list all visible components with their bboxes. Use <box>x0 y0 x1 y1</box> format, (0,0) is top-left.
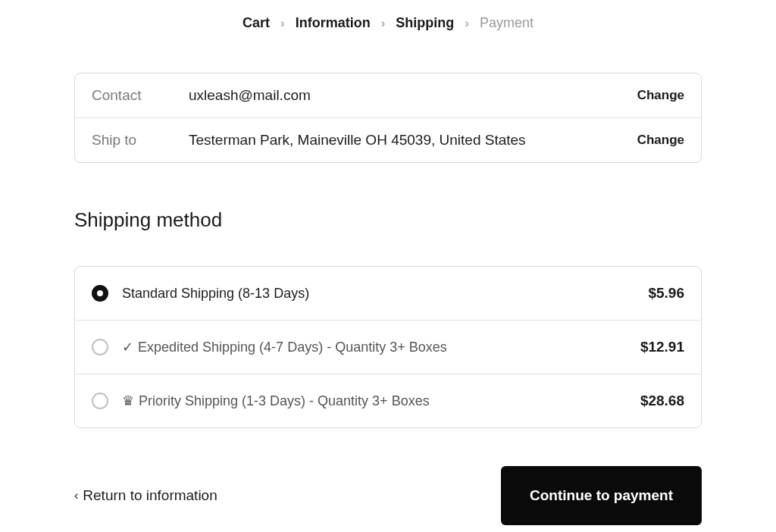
checkout-breadcrumb: Cart › Information › Shipping › Payment <box>74 15 702 31</box>
change-ship-to-button[interactable]: Change <box>637 133 684 148</box>
return-to-information-link[interactable]: ‹ Return to information <box>74 487 217 504</box>
chevron-left-icon: ‹ <box>74 489 78 502</box>
radio-unselected-icon[interactable] <box>92 393 108 409</box>
shipping-method-title: Shipping method <box>74 208 702 232</box>
shipping-option-text: Expedited Shipping (4-7 Days) - Quantity… <box>138 340 447 355</box>
breadcrumb-shipping[interactable]: Shipping <box>396 15 454 31</box>
chevron-right-icon: › <box>465 16 469 31</box>
breadcrumb-cart[interactable]: Cart <box>242 15 270 31</box>
shipping-option-price: $28.68 <box>640 393 684 409</box>
contact-row: Contact uxleash@mail.com Change <box>75 74 701 118</box>
chevron-right-icon: › <box>381 16 386 31</box>
breadcrumb-information[interactable]: Information <box>296 15 371 31</box>
radio-unselected-icon[interactable] <box>92 339 108 355</box>
shipping-option-price: $5.96 <box>648 285 684 302</box>
continue-to-payment-button[interactable]: Continue to payment <box>501 466 702 525</box>
shipping-option-priority[interactable]: ♛Priority Shipping (1-3 Days) - Quantity… <box>75 374 701 427</box>
shipping-option-text: Priority Shipping (1-3 Days) - Quantity … <box>139 393 430 408</box>
shipping-option-standard[interactable]: Standard Shipping (8-13 Days) $5.96 <box>75 267 701 321</box>
shipping-options-box: Standard Shipping (8-13 Days) $5.96 ✓Exp… <box>74 266 702 428</box>
crown-icon: ♛ <box>122 393 134 409</box>
radio-selected-icon[interactable] <box>92 285 108 302</box>
chevron-right-icon: › <box>280 16 285 31</box>
ship-to-value: Testerman Park, Maineville OH 45039, Uni… <box>189 132 630 149</box>
contact-value: uxleash@mail.com <box>189 87 630 104</box>
ship-to-row: Ship to Testerman Park, Maineville OH 45… <box>75 118 701 162</box>
shipping-option-label: Standard Shipping (8-13 Days) <box>122 286 648 302</box>
footer-actions: ‹ Return to information Continue to paym… <box>74 466 702 525</box>
shipping-option-expedited[interactable]: ✓Expedited Shipping (4-7 Days) - Quantit… <box>75 321 701 374</box>
shipping-option-label: ♛Priority Shipping (1-3 Days) - Quantity… <box>122 393 640 409</box>
check-icon: ✓ <box>122 339 133 355</box>
contact-label: Contact <box>92 87 189 104</box>
order-info-box: Contact uxleash@mail.com Change Ship to … <box>74 73 702 163</box>
change-contact-button[interactable]: Change <box>637 88 684 103</box>
breadcrumb-payment: Payment <box>480 15 534 31</box>
shipping-option-label: ✓Expedited Shipping (4-7 Days) - Quantit… <box>122 339 640 355</box>
ship-to-label: Ship to <box>92 132 189 149</box>
shipping-option-price: $12.91 <box>640 339 684 355</box>
return-label: Return to information <box>83 487 217 504</box>
